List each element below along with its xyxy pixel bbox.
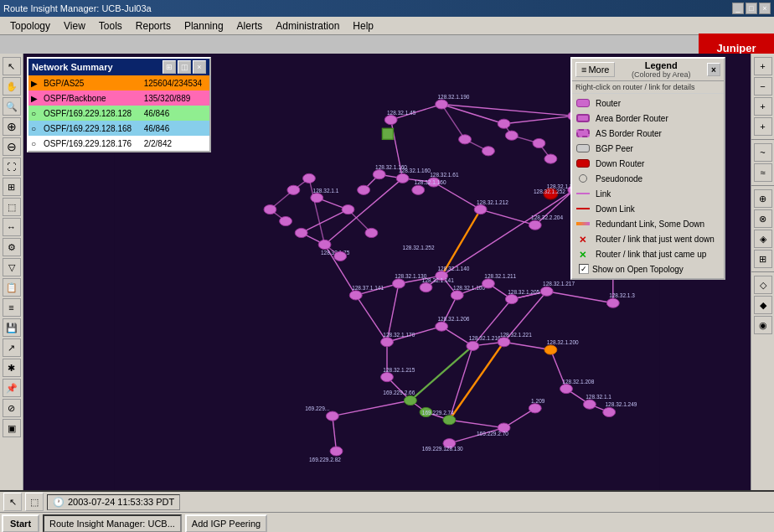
legend-item-area-border: Area Border Router bbox=[575, 111, 720, 126]
rt-tool4[interactable]: ⊞ bbox=[754, 250, 772, 268]
as-border-label: AS Border Router bbox=[596, 129, 662, 138]
summary-row-green[interactable]: ○ OSPF/169.229.128.128 46/846 bbox=[28, 106, 209, 121]
window-title: Route Insight Manager: UCB-Jul03a bbox=[3, 3, 152, 13]
svg-point-108 bbox=[436, 322, 448, 331]
legend-subtitle: (Colored by Area) bbox=[615, 70, 707, 79]
panel-icon-btn-1[interactable]: ⊞ bbox=[163, 60, 176, 74]
layout-tool[interactable]: ≡ bbox=[3, 298, 21, 317]
row-label-bgp: BGP/AS25 bbox=[41, 75, 142, 90]
link-legend-icon bbox=[575, 189, 591, 199]
svg-point-116 bbox=[544, 345, 557, 354]
menu-reports[interactable]: Reports bbox=[129, 18, 178, 34]
svg-text:128.32.1.249: 128.32.1.249 bbox=[606, 401, 637, 407]
summary-row-bgp[interactable]: ▶ BGP/AS25 125604/234534 bbox=[28, 75, 209, 90]
rt-zoom-reset[interactable]: + bbox=[754, 97, 772, 116]
rt-more2[interactable]: ◆ bbox=[754, 296, 772, 314]
svg-text:128.32.1.3: 128.32.1.3 bbox=[609, 292, 635, 298]
legend-close-button[interactable]: × bbox=[707, 63, 720, 76]
summary-row-blue[interactable]: ○ OSPF/169.229.128.168 46/846 bbox=[28, 121, 209, 136]
export-tool[interactable]: ↗ bbox=[3, 338, 21, 357]
rt-zoom-plus[interactable]: + bbox=[754, 57, 772, 75]
panel-close-btn[interactable]: × bbox=[193, 60, 206, 74]
summary-row-white[interactable]: ○ OSPF/169.229.128.176 2/2/842 bbox=[28, 136, 209, 151]
show-topology-checkbox[interactable]: ✓ bbox=[579, 264, 589, 274]
svg-text:169.229.2.66: 169.229.2.66 bbox=[383, 390, 415, 395]
svg-text:128.32.1.217: 128.32.1.217 bbox=[543, 281, 575, 287]
cursor-mode-button[interactable]: ↖ bbox=[3, 493, 22, 511]
svg-point-112 bbox=[467, 341, 479, 350]
svg-text:128.32.2.204: 128.32.2.204 bbox=[531, 214, 563, 220]
legend-item-pseudonode: Pseudonode bbox=[575, 171, 720, 186]
rt-more1[interactable]: ◇ bbox=[754, 276, 772, 294]
svg-point-120 bbox=[404, 395, 416, 405]
grid-tool[interactable]: ⊞ bbox=[3, 178, 21, 196]
map-area[interactable]: 128.32.1.190 128.32.1.45 128.32.1.82 128… bbox=[23, 54, 751, 490]
row-label-green: OSPF/169.229.128.128 bbox=[41, 106, 142, 121]
minimize-button[interactable]: _ bbox=[732, 3, 744, 14]
time-value: 2003-07-24 11:53:33 PDT bbox=[68, 497, 174, 507]
fit-tool[interactable]: ⛶ bbox=[3, 158, 21, 176]
rt-more3[interactable]: ◉ bbox=[754, 316, 772, 334]
group-tool[interactable]: ▣ bbox=[3, 419, 21, 437]
row-value-blue: 46/846 bbox=[142, 121, 209, 136]
report-tool[interactable]: 📋 bbox=[3, 278, 21, 297]
menu-alerts[interactable]: Alerts bbox=[230, 18, 270, 34]
unpin-tool[interactable]: ⊘ bbox=[3, 399, 21, 417]
settings-tool[interactable]: ⚙ bbox=[3, 238, 21, 256]
rt-tool2[interactable]: ⊗ bbox=[754, 209, 772, 228]
panel-icons: ⊞ ◫ × bbox=[163, 60, 206, 74]
highlight-tool[interactable]: ✱ bbox=[3, 359, 21, 377]
row-indicator-green: ○ bbox=[28, 106, 41, 121]
show-topology-row[interactable]: ✓ Show on Open Topology bbox=[575, 261, 720, 276]
search-tool[interactable]: 🔍 bbox=[3, 97, 21, 116]
svg-point-137 bbox=[583, 400, 596, 409]
window-mode-button[interactable]: ⬚ bbox=[25, 493, 44, 511]
cursor-tool[interactable]: ↖ bbox=[3, 57, 21, 75]
svg-text:128.32.1.211: 128.32.1.211 bbox=[484, 273, 516, 279]
svg-point-73 bbox=[358, 185, 370, 194]
rt-zoom-minus[interactable]: − bbox=[754, 77, 772, 96]
as-border-legend-icon bbox=[575, 128, 591, 138]
menu-planning[interactable]: Planning bbox=[178, 18, 230, 34]
task-button-2[interactable]: Add IGP Peering bbox=[185, 514, 267, 533]
select-tool[interactable]: ⬚ bbox=[3, 198, 21, 216]
rt-tool3[interactable]: ◈ bbox=[754, 230, 772, 248]
summary-row-backbone[interactable]: ▶ OSPF/Backbone 135/320/889 bbox=[28, 90, 209, 106]
close-button[interactable]: × bbox=[759, 3, 771, 14]
rt-tilde2[interactable]: ≈ bbox=[754, 163, 772, 182]
menu-tools[interactable]: Tools bbox=[92, 18, 129, 34]
rt-zoom-level[interactable]: + bbox=[754, 117, 772, 136]
menu-topology[interactable]: Topology bbox=[3, 18, 57, 34]
more-button[interactable]: ≡ More bbox=[575, 62, 615, 77]
task-button-1[interactable]: Route Insight Manager: UCB... bbox=[43, 514, 182, 533]
svg-text:169.229...: 169.229... bbox=[305, 405, 329, 411]
filter-tool[interactable]: ▽ bbox=[3, 258, 21, 276]
legend-title: Legend bbox=[615, 60, 707, 70]
went-down-legend-icon: ✕ bbox=[575, 234, 591, 244]
maximize-button[interactable]: □ bbox=[746, 3, 757, 14]
svg-point-98 bbox=[451, 291, 463, 300]
legend-item-down-router: Down Router bbox=[575, 156, 720, 171]
rt-tool1[interactable]: ⊕ bbox=[754, 189, 772, 208]
zoom-out-tool[interactable]: ⊖ bbox=[3, 137, 21, 156]
down-link-label: Down Link bbox=[596, 204, 635, 214]
pin-tool[interactable]: 📌 bbox=[3, 379, 21, 397]
panel-icon-btn-2[interactable]: ◫ bbox=[178, 60, 191, 74]
show-topology-label: Show on Open Topology bbox=[592, 265, 684, 274]
rt-divider1 bbox=[751, 139, 774, 140]
connect-tool[interactable]: ↔ bbox=[3, 218, 21, 236]
save-tool[interactable]: 💾 bbox=[3, 318, 21, 337]
svg-text:128.32.1.205: 128.32.1.205 bbox=[508, 289, 539, 295]
start-button[interactable]: Start bbox=[2, 514, 39, 533]
hand-tool[interactable]: ✋ bbox=[3, 77, 21, 96]
menu-view[interactable]: View bbox=[57, 18, 92, 34]
zoom-in-tool[interactable]: ⊕ bbox=[3, 117, 21, 136]
rt-tilde1[interactable]: ~ bbox=[754, 143, 772, 162]
menu-help[interactable]: Help bbox=[346, 18, 380, 34]
row-value-bgp: 125604/234534 bbox=[142, 75, 209, 90]
svg-point-59 bbox=[384, 115, 397, 124]
svg-text:128.32.1.100: 128.32.1.100 bbox=[453, 285, 485, 291]
network-summary-panel: Network Summary ⊞ ◫ × ▶ BGP/AS25 125604/… bbox=[27, 57, 211, 152]
bgp-peer-legend-icon bbox=[575, 143, 591, 153]
menu-administration[interactable]: Administration bbox=[269, 18, 346, 34]
